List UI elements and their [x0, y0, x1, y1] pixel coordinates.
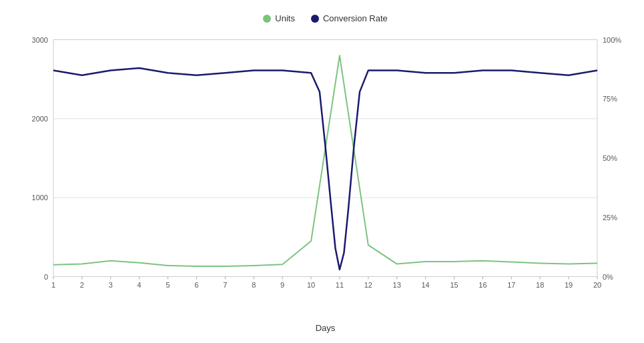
- svg-text:1: 1: [51, 281, 55, 289]
- svg-text:11: 11: [336, 281, 344, 289]
- svg-text:6: 6: [194, 281, 198, 289]
- svg-text:10: 10: [307, 281, 315, 289]
- svg-text:15: 15: [450, 281, 458, 289]
- svg-text:18: 18: [536, 281, 544, 289]
- legend-units: Units: [263, 13, 295, 23]
- svg-text:2: 2: [80, 281, 84, 289]
- svg-text:17: 17: [507, 281, 515, 289]
- conversion-legend-label: Conversion Rate: [323, 13, 388, 23]
- x-axis-title: Days: [316, 323, 336, 333]
- chart-container: Units Conversion Rate 01000200030000%25%…: [0, 0, 644, 343]
- svg-text:25%: 25%: [603, 214, 617, 222]
- svg-text:8: 8: [252, 281, 256, 289]
- svg-text:0%: 0%: [603, 273, 613, 281]
- svg-text:0: 0: [44, 273, 48, 281]
- chart-area: 01000200030000%25%50%75%100%123456789101…: [47, 30, 604, 303]
- svg-text:19: 19: [565, 281, 573, 289]
- svg-text:9: 9: [280, 281, 284, 289]
- svg-rect-53: [53, 40, 597, 277]
- svg-text:50%: 50%: [603, 154, 617, 162]
- svg-text:75%: 75%: [603, 95, 617, 103]
- legend-conversion: Conversion Rate: [311, 13, 388, 23]
- svg-text:13: 13: [393, 281, 401, 289]
- chart-svg: 01000200030000%25%50%75%100%123456789101…: [47, 30, 604, 303]
- chart-legend: Units Conversion Rate: [263, 13, 387, 23]
- svg-text:16: 16: [478, 281, 487, 289]
- svg-text:12: 12: [364, 281, 372, 289]
- units-legend-dot: [263, 15, 271, 23]
- svg-text:3: 3: [109, 281, 113, 289]
- svg-text:3000: 3000: [32, 36, 48, 44]
- svg-text:100%: 100%: [603, 36, 621, 44]
- svg-text:1000: 1000: [32, 194, 48, 202]
- svg-text:5: 5: [166, 281, 170, 289]
- conversion-legend-dot: [311, 15, 319, 23]
- units-legend-label: Units: [275, 13, 295, 23]
- svg-text:4: 4: [137, 281, 141, 289]
- svg-text:20: 20: [593, 281, 601, 289]
- svg-text:2000: 2000: [32, 115, 48, 123]
- svg-text:7: 7: [223, 281, 227, 289]
- svg-text:14: 14: [422, 281, 430, 289]
